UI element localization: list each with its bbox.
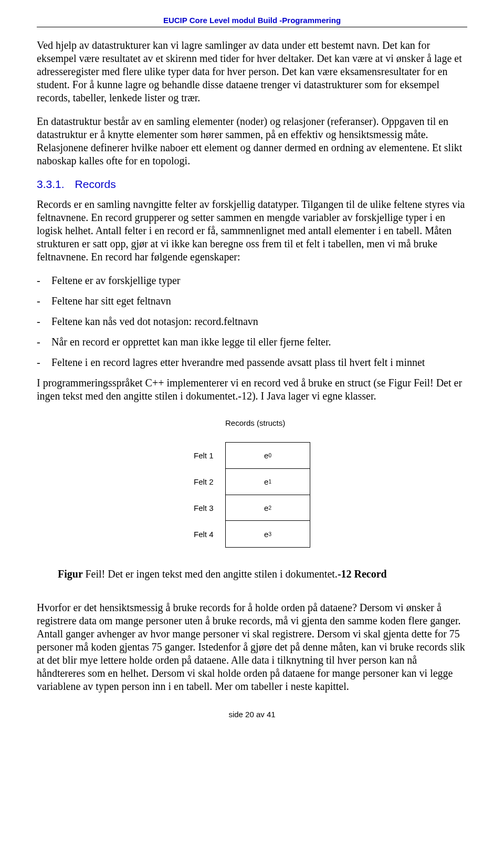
paragraph-5: Hvorfor er det hensiktsmessig å bruke re… — [37, 601, 467, 693]
figure-records: Records (structs) Felt 1 e0 Felt 2 e1 Fe… — [37, 413, 467, 547]
cell-sub: 1 — [268, 479, 271, 485]
list-item: - Feltene i en record lagres etter hvera… — [37, 356, 467, 369]
figure-row-label: Felt 2 — [194, 477, 225, 486]
figure-row-label: Felt 1 — [194, 451, 225, 460]
paragraph-3: Records er en samling navngitte felter a… — [37, 198, 467, 264]
cell-sub: 3 — [268, 531, 271, 537]
section-title: Records — [75, 178, 116, 190]
caption-bold-suffix: -12 Record — [338, 568, 387, 580]
header-rule — [37, 27, 467, 27]
bullet-text: Feltene har sitt eget feltnavn — [51, 295, 171, 308]
cell-base: e — [264, 451, 268, 460]
figure-caption: Figur Feil! Det er ingen tekst med den a… — [58, 568, 467, 580]
figure-inner: Records (structs) Felt 1 e0 Felt 2 e1 Fe… — [194, 413, 310, 547]
bullet-dash: - — [37, 295, 51, 308]
section-heading-records: 3.3.1.Records — [37, 178, 467, 191]
figure-row-cell: e0 — [225, 442, 310, 469]
bullet-text: Feltene kan nås ved dot notasjon: record… — [51, 315, 258, 328]
figure-row-cell: e2 — [225, 495, 310, 521]
page-header: EUCIP Core Level modul Build -Programmer… — [37, 16, 467, 25]
cell-base: e — [264, 477, 268, 486]
caption-plain: Feil! Det er ingen tekst med den angitte… — [85, 568, 337, 580]
bullet-text: Feltene i en record lagres etter hverand… — [51, 356, 425, 369]
figure-row: Felt 2 e1 — [194, 468, 310, 495]
figure-row-label: Felt 3 — [194, 504, 225, 512]
document-page: EUCIP Core Level modul Build -Programmer… — [0, 0, 504, 729]
figure-title: Records (structs) — [225, 418, 310, 427]
bullet-text: Feltene er av forskjellige typer — [51, 274, 180, 287]
figure-row: Felt 3 e2 — [194, 495, 310, 521]
cell-sub: 2 — [268, 505, 271, 511]
bullet-text: Når en record er opprettet kan man ikke … — [51, 336, 331, 349]
section-number: 3.3.1. — [37, 178, 65, 190]
bullet-dash: - — [37, 336, 51, 349]
figure-row-label: Felt 4 — [194, 530, 225, 539]
list-item: - Feltene kan nås ved dot notasjon: reco… — [37, 315, 467, 328]
cell-base: e — [264, 530, 268, 539]
bullet-dash: - — [37, 315, 51, 328]
figure-row-cell: e3 — [225, 520, 310, 548]
caption-bold-prefix: Figur — [58, 568, 85, 580]
paragraph-4: I programmeringsspråket C++ implementere… — [37, 376, 467, 403]
bullet-dash: - — [37, 274, 51, 287]
list-item: - Feltene er av forskjellige typer — [37, 274, 467, 287]
figure-row: Felt 4 e3 — [194, 521, 310, 547]
bullet-dash: - — [37, 356, 51, 369]
cell-base: e — [264, 504, 268, 512]
paragraph-2: En datastruktur består av en samling ele… — [37, 115, 467, 167]
figure-row: Felt 1 e0 — [194, 442, 310, 468]
cell-sub: 0 — [268, 453, 271, 458]
page-footer: side 20 av 41 — [37, 710, 467, 719]
paragraph-1: Ved hjelp av datastrukturer kan vi lagre… — [37, 39, 467, 104]
list-item: - Feltene har sitt eget feltnavn — [37, 295, 467, 308]
figure-row-cell: e1 — [225, 468, 310, 495]
list-item: - Når en record er opprettet kan man ikk… — [37, 336, 467, 349]
